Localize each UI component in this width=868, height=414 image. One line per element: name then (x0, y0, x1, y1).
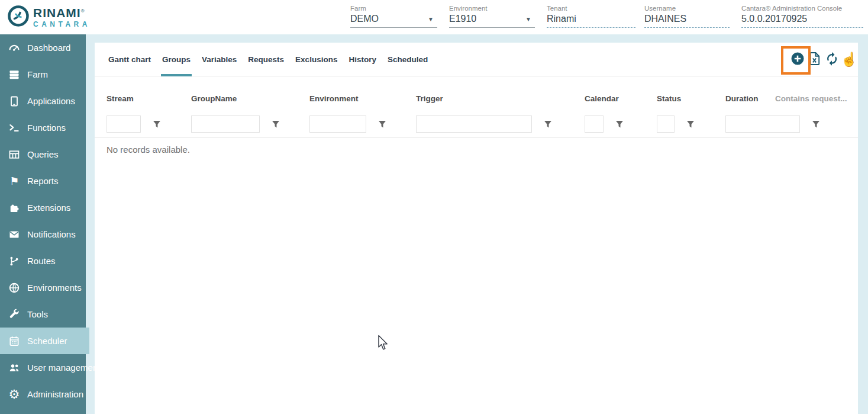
routes-icon (8, 255, 21, 268)
sidebar-item-routes[interactable]: Routes (0, 248, 86, 274)
applications-icon (8, 95, 21, 108)
environment-value[interactable]: E1910▼ (449, 14, 535, 28)
top-header: RINAMI® CANTARA Farm DEMO▼ Environment E… (0, 0, 868, 34)
sidebar-item-applications[interactable]: Applications (0, 88, 86, 114)
sidebar-item-tools[interactable]: Tools (0, 301, 86, 328)
environments-icon (8, 281, 21, 294)
sidebar-item-notifications[interactable]: Notifications (0, 221, 86, 248)
main-content: Gantt chart Groups Variables Requests Ex… (95, 43, 858, 414)
sidebar-item-farm[interactable]: Farm (0, 61, 86, 88)
filter-icon[interactable] (686, 120, 695, 129)
sidebar-item-label: Administration (27, 389, 83, 399)
sidebar-item-label: Routes (27, 256, 56, 266)
duration-filter-input[interactable] (725, 115, 800, 133)
functions-icon (8, 121, 21, 134)
column-header-calendar[interactable]: Calendar (585, 94, 619, 103)
column-header-stream[interactable]: Stream (107, 94, 134, 103)
tenant-field: Tenant Rinami (547, 5, 635, 28)
refresh-button[interactable] (825, 52, 839, 68)
brand-subname: CANTARA (33, 21, 91, 28)
tab-requests[interactable]: Requests (248, 43, 284, 76)
tab-groups[interactable]: Groups (162, 43, 191, 76)
username-value: DHAINES (644, 14, 730, 28)
registered-mark: ® (81, 8, 85, 14)
column-header-duration[interactable]: Duration (725, 94, 759, 103)
rinami-cantara-logo: RINAMI® CANTARA (7, 5, 91, 30)
extensions-icon (8, 201, 21, 214)
rinami-logo-icon (7, 5, 30, 30)
column-header-contains-request: Contains request... (775, 94, 847, 103)
sidebar-item-reports[interactable]: ⚑ Reports (0, 168, 86, 194)
sidebar-item-label: Notifications (27, 229, 76, 239)
column-header-trigger[interactable]: Trigger (416, 94, 443, 103)
filter-icon[interactable] (153, 120, 162, 129)
hand-pointer-icon: ☝ (841, 53, 858, 66)
sidebar-item-functions[interactable]: Functions (0, 114, 86, 141)
farm-select[interactable]: Farm DEMO▼ (350, 5, 437, 28)
chevron-down-icon: ▼ (525, 16, 531, 23)
farm-icon (8, 68, 21, 81)
stream-filter-input[interactable] (107, 115, 141, 133)
filter-icon[interactable] (544, 120, 553, 129)
groupname-filter-input[interactable] (191, 115, 260, 133)
refresh-icon (825, 52, 839, 68)
filter-icon[interactable] (272, 120, 280, 129)
console-version-field: Cantara® Administration Console 5.0.0.20… (741, 5, 863, 28)
trigger-filter-input[interactable] (416, 115, 532, 133)
tab-exclusions[interactable]: Exclusions (295, 43, 337, 76)
user-management-icon (8, 361, 21, 374)
console-version-value: 5.0.0.20170925 (741, 14, 863, 28)
sidebar-item-label: Scheduler (27, 336, 67, 346)
tab-variables[interactable]: Variables (202, 43, 237, 76)
sidebar-item-label: User management (27, 362, 100, 373)
groups-grid-header: Stream GroupName Environment (95, 76, 858, 137)
username-label: Username (644, 5, 730, 12)
column-header-groupname[interactable]: GroupName (191, 94, 237, 103)
console-version-label: Cantara® Administration Console (741, 5, 863, 12)
sidebar-item-label: Extensions (27, 203, 70, 213)
sidebar-item-administration[interactable]: ⚙ Administration (0, 381, 86, 407)
sidebar-nav: Dashboard Farm Applications Functions Qu (0, 34, 86, 414)
sidebar-item-queries[interactable]: Queries (0, 141, 86, 168)
scheduler-tabs: Gantt chart Groups Variables Requests Ex… (95, 43, 858, 76)
filter-icon[interactable] (378, 120, 387, 129)
sidebar-item-label: Environments (27, 283, 82, 293)
column-header-status[interactable]: Status (657, 94, 681, 103)
administration-icon: ⚙ (8, 388, 21, 401)
sidebar-item-extensions[interactable]: Extensions (0, 194, 86, 221)
sidebar-item-label: Reports (27, 176, 59, 186)
sidebar-item-label: Farm (27, 69, 48, 79)
pointer-mode-button[interactable]: ☝ (842, 52, 856, 68)
cantara-admin-console: RINAMI® CANTARA Farm DEMO▼ Environment E… (0, 0, 868, 414)
tenant-value: Rinami (547, 14, 635, 28)
tenant-label: Tenant (547, 5, 635, 12)
sidebar-item-scheduler[interactable]: Scheduler (0, 328, 89, 354)
farm-value[interactable]: DEMO▼ (350, 14, 437, 28)
column-header-environment[interactable]: Environment (309, 94, 359, 103)
tools-icon (8, 308, 21, 321)
sidebar-item-label: Applications (27, 96, 75, 106)
highlight-annotation-box (781, 46, 811, 75)
brand-name: RINAMI® (33, 7, 91, 19)
environment-select[interactable]: Environment E1910▼ (449, 5, 535, 28)
sidebar-item-environments[interactable]: Environments (0, 274, 86, 301)
tab-history[interactable]: History (349, 43, 376, 76)
tab-scheduled[interactable]: Scheduled (388, 43, 428, 76)
sidebar-item-label: Functions (27, 123, 66, 133)
sidebar-item-label: Tools (27, 309, 48, 319)
filter-icon[interactable] (812, 120, 821, 129)
tab-gantt-chart[interactable]: Gantt chart (108, 43, 151, 76)
status-filter-input[interactable] (657, 115, 675, 133)
dashboard-icon (8, 41, 21, 54)
reports-icon: ⚑ (8, 175, 21, 188)
filter-icon[interactable] (615, 120, 624, 129)
environment-label: Environment (449, 5, 535, 12)
notifications-icon (8, 228, 21, 241)
username-field: Username DHAINES (644, 5, 730, 28)
sidebar-item-user-management[interactable]: User management (0, 354, 86, 381)
calendar-filter-input[interactable] (585, 115, 604, 133)
environment-filter-input[interactable] (309, 115, 366, 133)
queries-icon (8, 148, 21, 161)
sidebar-item-label: Dashboard (27, 43, 70, 53)
sidebar-item-dashboard[interactable]: Dashboard (0, 34, 86, 61)
